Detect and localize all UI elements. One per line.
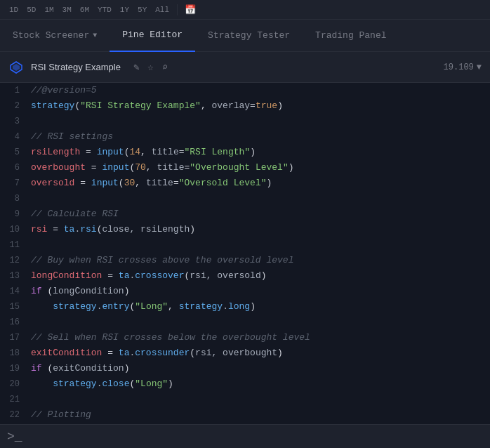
line-content-22: // Plotting: [31, 407, 490, 423]
line-num-17: 17: [0, 330, 31, 345]
code-line-10: 10 rsi = ta.rsi(close, rsiLength): [0, 222, 490, 237]
code-line-21: 21: [0, 392, 490, 407]
line-num-22: 22: [0, 407, 31, 423]
time-ytd[interactable]: YTD: [94, 4, 115, 15]
line-content-20: strategy.close("Long"): [31, 376, 490, 392]
line-content-14: if (longCondition): [31, 284, 490, 299]
star-icon[interactable]: ☆: [147, 61, 153, 73]
line-num-3: 3: [0, 114, 31, 129]
code-line-16: 16: [0, 315, 490, 330]
time-6m[interactable]: 6M: [77, 4, 93, 15]
line-content-12: // Buy when RSI crosses above the overso…: [31, 253, 490, 268]
time-separator: [177, 4, 178, 15]
time-1y[interactable]: 1Y: [117, 4, 133, 15]
line-content-4: // RSI settings: [31, 129, 490, 145]
code-line-19: 19 if (exitCondition): [0, 361, 490, 376]
nav-strategy-tester[interactable]: Strategy Tester: [195, 20, 303, 52]
line-num-16: 16: [0, 315, 31, 330]
code-line-3: 3: [0, 114, 490, 129]
line-content-9: // Calculate RSI: [31, 206, 490, 222]
line-content-23: plot(rsi, "RSI", color=color.blue): [31, 423, 490, 424]
nav-stock-screener-arrow: ▼: [93, 32, 97, 39]
line-num-5: 5: [0, 145, 31, 160]
nav-stock-screener-label: Stock Screener: [13, 30, 89, 41]
code-line-7: 7 oversold = input(30, title="Oversold L…: [0, 176, 490, 191]
calendar-icon[interactable]: 📅: [185, 4, 196, 15]
code-line-17: 17 // Sell when RSI crosses below the ov…: [0, 330, 490, 345]
nav-stock-screener[interactable]: Stock Screener ▼: [0, 20, 110, 52]
time-bar: 1D 5D 1M 3M 6M YTD 1Y 5Y All 📅: [0, 0, 490, 20]
line-content-10: rsi = ta.rsi(close, rsiLength): [31, 222, 490, 237]
line-content-18: exitCondition = ta.crossunder(rsi, overb…: [31, 345, 490, 361]
code-line-9: 9 // Calculate RSI: [0, 206, 490, 222]
line-content-7: oversold = input(30, title="Oversold Lev…: [31, 176, 490, 191]
line-num-23: 23: [0, 423, 31, 424]
terminal-icon[interactable]: >_: [7, 430, 22, 444]
line-content-16: [31, 315, 490, 330]
line-num-6: 6: [0, 160, 31, 176]
bottom-bar: >_: [0, 424, 490, 448]
code-line-11: 11: [0, 237, 490, 253]
time-all[interactable]: All: [152, 4, 173, 15]
line-num-10: 10: [0, 222, 31, 237]
time-3m[interactable]: 3M: [59, 4, 75, 15]
svg-marker-1: [13, 64, 20, 71]
line-content-17: // Sell when RSI crosses below the overb…: [31, 330, 490, 345]
version-label: 19.109: [444, 62, 474, 72]
edit-icon[interactable]: ✎: [133, 61, 139, 73]
line-content-21: [31, 392, 490, 407]
editor-titlebar: RSI Strategy Example ✎ ☆ ⌕ 19.109 ▼: [0, 52, 490, 83]
line-content-2: strategy("RSI Strategy Example", overlay…: [31, 98, 490, 114]
line-num-13: 13: [0, 268, 31, 284]
line-num-8: 8: [0, 191, 31, 206]
code-line-23: 23 plot(rsi, "RSI", color=color.blue): [0, 423, 490, 424]
line-num-18: 18: [0, 345, 31, 361]
line-content-13: longCondition = ta.crossover(rsi, overso…: [31, 268, 490, 284]
time-1m[interactable]: 1M: [41, 4, 57, 15]
nav-strategy-tester-label: Strategy Tester: [208, 30, 290, 41]
nav-pine-editor[interactable]: Pine Editor: [110, 20, 195, 52]
code-editor[interactable]: 1 //@version=5 2 strategy("RSI Strategy …: [0, 83, 490, 424]
line-num-1: 1: [0, 83, 31, 98]
line-content-11: [31, 237, 490, 253]
pine-editor-logo: [8, 60, 24, 75]
code-line-1: 1 //@version=5: [0, 83, 490, 98]
code-line-22: 22 // Plotting: [0, 407, 490, 423]
line-num-4: 4: [0, 129, 31, 145]
line-num-7: 7: [0, 176, 31, 191]
line-num-15: 15: [0, 299, 31, 315]
line-num-12: 12: [0, 253, 31, 268]
nav-pine-editor-label: Pine Editor: [122, 29, 183, 40]
time-5y[interactable]: 5Y: [134, 4, 150, 15]
nav-trading-panel-label: Trading Panel: [315, 30, 386, 41]
code-line-12: 12 // Buy when RSI crosses above the ove…: [0, 253, 490, 268]
line-content-15: strategy.entry("Long", strategy.long): [31, 299, 490, 315]
line-num-2: 2: [0, 98, 31, 114]
search-icon[interactable]: ⌕: [162, 61, 168, 73]
line-content-1: //@version=5: [31, 83, 490, 98]
version-selector[interactable]: 19.109 ▼: [444, 62, 482, 72]
line-content-6: overbought = input(70, title="Overbought…: [31, 160, 490, 176]
time-5d[interactable]: 5D: [23, 4, 39, 15]
code-line-2: 2 strategy("RSI Strategy Example", overl…: [0, 98, 490, 114]
code-line-14: 14 if (longCondition): [0, 284, 490, 299]
line-num-11: 11: [0, 237, 31, 253]
code-line-18: 18 exitCondition = ta.crossunder(rsi, ov…: [0, 345, 490, 361]
line-num-9: 9: [0, 206, 31, 222]
line-num-21: 21: [0, 392, 31, 407]
line-num-20: 20: [0, 376, 31, 392]
line-num-19: 19: [0, 361, 31, 376]
version-arrow: ▼: [477, 62, 482, 72]
code-line-5: 5 rsiLength = input(14, title="RSI Lengt…: [0, 145, 490, 160]
nav-bar: Stock Screener ▼ Pine Editor Strategy Te…: [0, 20, 490, 52]
code-line-8: 8: [0, 191, 490, 206]
time-1d[interactable]: 1D: [6, 4, 22, 15]
editor-script-title: RSI Strategy Example: [31, 62, 121, 72]
code-line-6: 6 overbought = input(70, title="Overboug…: [0, 160, 490, 176]
code-line-13: 13 longCondition = ta.crossover(rsi, ove…: [0, 268, 490, 284]
line-content-3: [31, 114, 490, 129]
titlebar-actions: ✎ ☆ ⌕: [133, 61, 168, 73]
line-num-14: 14: [0, 284, 31, 299]
code-line-4: 4 // RSI settings: [0, 129, 490, 145]
nav-trading-panel[interactable]: Trading Panel: [303, 20, 399, 52]
